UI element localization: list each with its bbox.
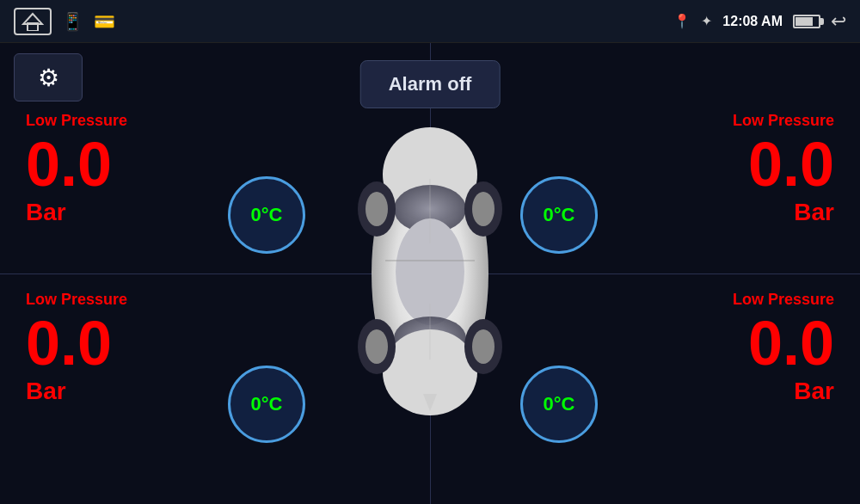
clock-display: 12:08 AM <box>722 14 783 29</box>
tire-fl-label: Low Pressure <box>26 112 127 130</box>
tire-fr-label: Low Pressure <box>733 112 834 130</box>
status-bar: 📱 💳 📍 ✦ 12:08 AM ↩ <box>0 0 860 43</box>
tire-fl-unit: Bar <box>26 199 66 226</box>
main-content: ⚙ Alarm off Low Pressure 0.0 Bar Low Pre… <box>0 43 860 504</box>
settings-button[interactable]: ⚙ <box>14 53 83 101</box>
tire-rr-label: Low Pressure <box>733 291 834 309</box>
temp-rr-value: 0°C <box>544 393 575 415</box>
home-icon[interactable] <box>14 8 52 35</box>
tire-fr-pressure: 0.0 <box>748 133 834 195</box>
sim-icon: 📱 <box>62 11 83 32</box>
tire-fl-pressure: 0.0 <box>26 133 112 195</box>
alarm-label: Alarm off <box>389 73 472 95</box>
gear-icon: ⚙ <box>38 64 59 92</box>
location-icon: 📍 <box>673 13 691 29</box>
temp-circle-front-right: 0°C <box>520 176 598 254</box>
tire-rl-label: Low Pressure <box>26 291 127 309</box>
svg-point-12 <box>366 192 388 226</box>
status-right: 📍 ✦ 12:08 AM ↩ <box>673 10 846 33</box>
temp-rl-value: 0°C <box>251 393 283 415</box>
status-left: 📱 💳 <box>14 8 115 35</box>
battery-icon <box>793 15 820 28</box>
car-image <box>344 119 516 428</box>
sd-card-icon: 💳 <box>94 11 115 32</box>
tire-rl-unit: Bar <box>26 378 66 405</box>
bluetooth-icon: ✦ <box>701 13 712 29</box>
tire-rr-unit: Bar <box>794 378 834 405</box>
tire-fr-unit: Bar <box>794 199 834 226</box>
svg-point-14 <box>366 329 388 364</box>
temp-fl-value: 0°C <box>251 204 283 226</box>
svg-point-13 <box>472 192 494 226</box>
temp-circle-rear-right: 0°C <box>520 366 598 443</box>
temp-circle-front-left: 0°C <box>228 176 305 254</box>
svg-point-15 <box>472 329 494 364</box>
temp-circle-rear-left: 0°C <box>228 366 305 443</box>
tire-rl-pressure: 0.0 <box>26 312 112 374</box>
temp-fr-value: 0°C <box>544 204 575 226</box>
tire-rr-pressure: 0.0 <box>748 312 834 374</box>
back-icon[interactable]: ↩ <box>831 10 846 33</box>
alarm-off-button[interactable]: Alarm off <box>360 60 501 108</box>
